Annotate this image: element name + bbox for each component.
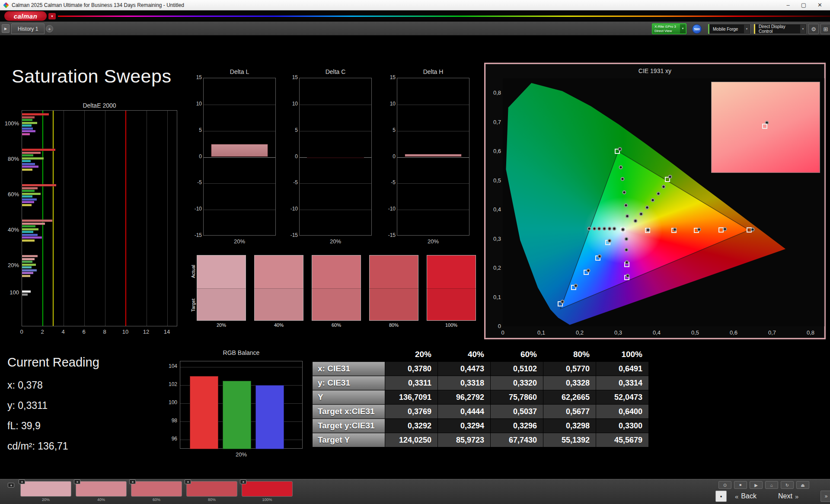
minimize-icon[interactable]: – [787,2,790,8]
cie-measured-marker [592,226,596,230]
deltae-bar [22,220,52,222]
target-swatch [369,288,418,321]
gear-icon[interactable]: ⚙ [808,24,819,34]
panel-expand-icon[interactable]: ▶ [2,24,10,33]
bottom-swatch[interactable]: 60% [131,481,182,502]
maximize-icon[interactable]: ▢ [801,2,806,8]
cie-measured-marker [586,269,590,273]
table-row: Y136,709196,279275,786062,266552,0473 [313,390,649,405]
bottom-swatch[interactable]: 20% [20,481,71,502]
rgb-plot [180,361,303,449]
display-dropdown-icon[interactable]: ▼ [800,25,806,33]
delta-ytick-label: 0 [190,153,202,159]
deltae-group-label: 40% [8,226,19,233]
back-button[interactable]: « Back [735,491,757,502]
table-cell: 136,7091 [385,390,438,405]
delta-gridline [300,131,371,131]
cie-measured-marker [673,228,677,232]
bottom-swatch[interactable]: 100% [242,481,293,502]
bottom-swatch[interactable]: 80% [186,481,237,502]
tab-history-1[interactable]: History 1 [11,23,45,34]
deltae-bar [22,130,35,132]
measurement-table: 20%40%60%80%100%x: CIE310,37800,44730,51… [312,347,649,447]
deltae-bar [22,154,33,156]
delta-ytick-label: 15 [190,74,202,80]
cie-measured-marker [621,227,625,231]
add-tab-button[interactable]: + [46,25,53,32]
close-icon[interactable]: ✕ [817,2,822,8]
current-reading-value: x: 0,378 [7,375,68,396]
swatch-camera-icon[interactable] [129,479,136,484]
deltae-group-label: 80% [8,156,19,162]
cie-ytick-label: 0,8 [487,89,501,96]
cie-measured-marker [608,239,612,243]
delta-ytick-label: 15 [286,74,298,80]
stop-icon[interactable]: ⏹ [734,481,747,489]
deltae-bar [22,261,32,263]
logo-dropdown-icon[interactable]: ▼ [48,13,56,19]
swatch-camera-icon[interactable] [240,479,246,484]
meter-dropdown-icon[interactable]: ▼ [680,24,686,33]
table-row-label: x: CIE31 [313,362,385,376]
table-cell: 85,9723 [438,433,491,447]
delta-gridline [397,105,469,105]
swatch-camera-icon[interactable] [19,479,25,484]
cie-measured-marker [645,205,649,209]
delta-ytick-label: 0 [383,153,396,159]
delta-gridline [204,131,275,131]
deltae-bar [22,160,31,162]
eject-icon[interactable]: ⏏ [796,481,809,489]
next-button[interactable]: Next » [778,491,798,502]
advance-icon[interactable]: » [820,491,830,502]
source-label: Mobile Forge [713,27,738,32]
grid-icon[interactable]: ⊞ [820,24,830,34]
cie-xtick-label: 0,6 [727,329,740,336]
deltae-bar [22,169,32,171]
delta-l-xlabel: 20% [203,238,276,245]
table-cell: 124,0250 [385,433,438,447]
current-reading-title: Current Reading [7,355,99,370]
meter-select-button[interactable]: X-Rite i1Pro 3 Direct View ▼ [652,23,686,34]
deltae-group-label: 60% [8,191,19,198]
deltae-bar [22,228,38,230]
swatch-camera-icon[interactable] [185,479,191,484]
delta-gridline [300,105,371,105]
deltae-bar [22,225,35,227]
delta-gridline [397,210,469,210]
cie-yticks: 00,10,20,30,40,50,60,70,8 [487,78,501,326]
play-icon[interactable]: ▶ [750,481,763,489]
layout-toggle-button[interactable]: ▪ [715,491,727,502]
record-icon[interactable]: ⊙ [718,481,731,489]
bottom-swatch[interactable]: 40% [76,481,127,502]
cie-measured-marker [618,147,622,151]
deltae-xtick-label: 2 [37,329,48,335]
target-row-label: Target [191,299,196,312]
deltae-group-label: 100 [10,289,19,296]
meter-line1: X-Rite i1Pro 3 [654,25,679,29]
delta-ytick-label: 10 [190,101,202,107]
swatch-label: 80% [369,322,418,328]
sweep-swatch: 80% [369,255,418,328]
rgb-balance-title: RGB Balance [180,349,303,356]
deltae-xtick-label: 0 [16,329,27,335]
cie-xtick-label: 0 [496,329,509,336]
cie-measured-marker [624,203,628,207]
table-row-label: y: CIE31 [313,376,385,390]
refresh-icon[interactable]: ↻ [781,481,794,489]
deltae-bar [22,201,34,203]
titlebar: Calman 2025 Calman Ultimate for Business… [0,0,830,10]
bottom-swatch-color [131,481,182,497]
camera-icon[interactable] [8,483,14,488]
source-dropdown-icon[interactable]: ▼ [744,25,750,33]
cie-measured-marker [723,227,727,231]
window-title: Calman 2025 Calman Ultimate for Business… [12,2,184,8]
display-control-select[interactable]: Direct Display Control ▼ [754,24,807,34]
source-select[interactable]: Mobile Forge ▼ [708,24,750,34]
sweep-swatch: 40% [254,255,303,328]
deltae-bar [22,122,37,124]
home-icon[interactable]: ⌂ [765,481,778,489]
deltae-gridline [147,111,147,326]
swatch-camera-icon[interactable] [74,479,80,484]
cie-measured-marker [560,300,564,304]
cie-ytick-label: 0,4 [487,206,501,213]
